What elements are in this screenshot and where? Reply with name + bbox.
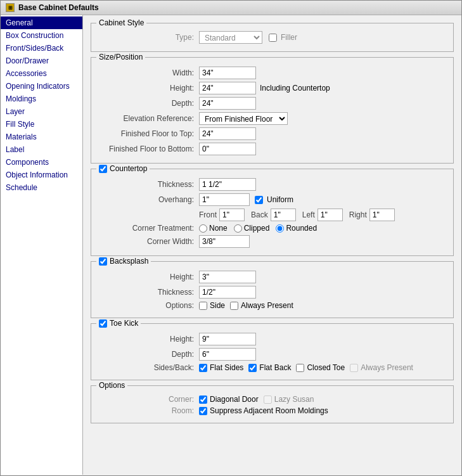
width-input[interactable]: 34" (199, 67, 256, 79)
countertop-check-label[interactable]: Countertop (99, 164, 147, 173)
window: ⊞ Base Cabinet Defaults General Box Cons… (0, 0, 462, 476)
options-title: Options (96, 381, 127, 390)
toe-kick-checkbox[interactable] (99, 319, 107, 328)
title-bar: ⊞ Base Cabinet Defaults (1, 1, 461, 15)
corner-treatment-radios: None Clipped Rounded (199, 224, 317, 233)
type-label: Type: (98, 33, 199, 42)
backsplash-title: Backsplash (96, 257, 151, 266)
tk-height-input[interactable]: 9" (199, 333, 256, 345)
finished-floor-top-input[interactable]: 24" (199, 127, 256, 140)
closed-toe-checkbox[interactable] (296, 364, 304, 372)
elevation-select[interactable]: From Finished Floor (199, 112, 288, 125)
flat-back-check-label[interactable]: Flat Back (248, 363, 291, 372)
toe-kick-check-label[interactable]: Toe Kick (99, 319, 138, 328)
bs-height-input[interactable]: 3" (199, 271, 256, 283)
corner-width-input[interactable]: 3/8" (199, 235, 250, 248)
rounded-radio-label[interactable]: Rounded (276, 224, 317, 233)
tk-options: Flat Sides Flat Back Closed Toe Alw (199, 363, 413, 372)
none-radio[interactable] (199, 224, 207, 233)
side-check-label[interactable]: Side (199, 301, 225, 310)
flat-sides-check-label[interactable]: Flat Sides (199, 363, 243, 372)
uniform-label: Uniform (267, 195, 293, 204)
back-value-input[interactable]: 1" (271, 209, 296, 221)
suppress-check-label[interactable]: Suppress Adjacent Room Moldings (199, 406, 328, 415)
ct-overhang-label: Overhang: (98, 195, 199, 204)
sidebar-item-layer[interactable]: Layer (1, 105, 82, 118)
size-position-title: Size/Position (96, 53, 145, 61)
depth-input[interactable]: 24" (199, 97, 256, 110)
ct-thickness-input[interactable]: 1 1/2" (199, 178, 256, 191)
sidebar-item-components[interactable]: Components (1, 156, 82, 169)
flat-sides-checkbox[interactable] (199, 364, 207, 372)
finished-floor-bottom-label: Finished Floor to Bottom: (98, 145, 199, 153)
sidebar-item-accessories[interactable]: Accessories (1, 67, 82, 80)
ct-thickness-label: Thickness: (98, 180, 199, 189)
sidebar-item-box-construction[interactable]: Box Construction (1, 29, 82, 42)
tk-depth-input[interactable]: 6" (199, 348, 256, 361)
bs-options: Side Always Present (199, 301, 293, 310)
sidebar-item-schedule[interactable]: Schedule (1, 181, 82, 194)
corner-width-label: Corner Width: (98, 237, 199, 246)
bs-thickness-label: Thickness: (98, 288, 199, 297)
closed-toe-check-label[interactable]: Closed Toe (296, 363, 345, 372)
front-label: Front (199, 210, 217, 219)
front-value-input[interactable]: 1" (219, 209, 245, 221)
sidebar-item-door-drawer[interactable]: Door/Drawer (1, 55, 82, 67)
left-value-input[interactable]: 1" (318, 209, 343, 221)
side-checkbox[interactable] (199, 302, 207, 310)
toe-kick-section: Toe Kick Height: 9" Depth: 6" Sides/Back… (91, 323, 454, 380)
none-radio-label[interactable]: None (199, 224, 228, 233)
size-position-section: Size/Position Width: 34" Height: 24" Inc… (91, 57, 454, 164)
backsplash-check-label[interactable]: Backsplash (99, 257, 148, 266)
countertop-checkbox[interactable] (99, 165, 107, 173)
filler-checkbox[interactable] (269, 34, 277, 42)
overhang-detail-row: Front 1" Back 1" Left 1" Right 1" (199, 209, 447, 221)
finished-floor-bottom-input[interactable]: 0" (199, 143, 256, 155)
left-label: Left (302, 210, 315, 219)
uniform-checkbox[interactable] (255, 196, 263, 204)
always-present-check-label[interactable]: Always Present (230, 301, 293, 310)
clipped-radio[interactable] (234, 224, 242, 233)
countertop-title: Countertop (96, 164, 150, 173)
backsplash-checkbox[interactable] (99, 257, 107, 266)
corner-treatment-label: Corner Treatment: (98, 224, 199, 233)
corner-label: Corner: (98, 395, 199, 404)
diagonal-door-checkbox[interactable] (199, 396, 207, 404)
flat-back-checkbox[interactable] (248, 364, 257, 372)
lazy-susan-check-label[interactable]: Lazy Susan (264, 395, 314, 404)
tk-always-present-check-label[interactable]: Always Present (350, 363, 413, 372)
always-present-checkbox[interactable] (230, 302, 238, 310)
suppress-checkbox[interactable] (199, 407, 207, 415)
finished-floor-top-label: Finished Floor to Top: (98, 129, 199, 138)
cabinet-style-section: Cabinet Style Type: Standard Filler (91, 23, 454, 52)
tk-always-present-checkbox[interactable] (350, 364, 358, 372)
tk-height-label: Height: (98, 335, 199, 344)
diagonal-door-check-label[interactable]: Diagonal Door (199, 395, 259, 404)
sidebar-item-object-information[interactable]: Object Information (1, 169, 82, 181)
tk-sides-back-label: Sides/Back: (98, 363, 199, 372)
right-value-input[interactable]: 1" (369, 209, 395, 221)
sidebar-item-general[interactable]: General (1, 16, 82, 29)
corner-options: Diagonal Door Lazy Susan (199, 395, 314, 404)
sidebar-item-label[interactable]: Label (1, 143, 82, 156)
toe-kick-title: Toe Kick (96, 319, 141, 328)
backsplash-section: Backsplash Height: 3" Thickness: 1/2" Op… (91, 261, 454, 318)
sidebar-item-fill-style[interactable]: Fill Style (1, 118, 82, 131)
sidebar-item-moldings[interactable]: Moldings (1, 93, 82, 105)
sidebar-item-front-sides-back[interactable]: Front/Sides/Back (1, 42, 82, 55)
bs-thickness-input[interactable]: 1/2" (199, 286, 256, 299)
rounded-radio[interactable] (276, 224, 284, 233)
options-section: Options Corner: Diagonal Door Lazy Susan (91, 385, 454, 423)
height-label: Height: (98, 84, 199, 93)
filler-label: Filler (281, 33, 297, 42)
depth-label: Depth: (98, 99, 199, 108)
including-countertop-label: Including Countertop (260, 84, 330, 93)
clipped-radio-label[interactable]: Clipped (234, 224, 270, 233)
sidebar-item-materials[interactable]: Materials (1, 131, 82, 143)
height-input[interactable]: 24" (199, 82, 256, 94)
countertop-section: Countertop Thickness: 1 1/2" Overhang: 1… (91, 169, 454, 256)
type-select[interactable]: Standard (199, 31, 262, 44)
ct-overhang-input[interactable]: 1" (199, 193, 250, 206)
lazy-susan-checkbox[interactable] (264, 396, 272, 404)
sidebar-item-opening-indicators[interactable]: Opening Indicators (1, 80, 82, 93)
